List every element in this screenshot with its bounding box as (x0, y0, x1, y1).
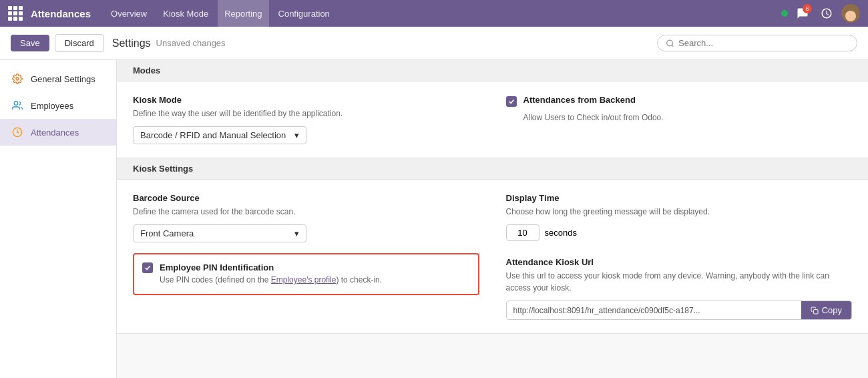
attendances-backend-checkbox[interactable] (506, 96, 517, 107)
discard-button[interactable]: Discard (55, 34, 104, 52)
kiosk-url-box: Copy (506, 301, 853, 320)
barcode-source-arrow: ▾ (294, 228, 299, 238)
svg-point-3 (14, 102, 17, 105)
modes-row: Kiosk Mode Define the way the user will … (133, 95, 852, 144)
display-time-title: Display Time (506, 193, 853, 203)
pin-identification-title: Employee PIN Identification (160, 262, 382, 272)
copy-button[interactable]: Copy (801, 301, 851, 319)
nav-item-configuration[interactable]: Configuration (272, 0, 337, 27)
user-avatar[interactable] (841, 4, 860, 23)
kiosk-right-column: Display Time Choose how long the greetin… (506, 193, 853, 320)
message-badge: 6 (803, 4, 812, 13)
sidebar-employees-label: Employees (31, 101, 73, 111)
kiosk-url-input[interactable] (507, 302, 801, 319)
save-button[interactable]: Save (11, 35, 49, 51)
kiosk-row: Barcode Source Define the camera used fo… (133, 193, 852, 320)
display-time-field[interactable] (506, 224, 539, 241)
kiosk-mode-title: Kiosk Mode (133, 95, 479, 105)
kiosk-section-body: Barcode Source Define the camera used fo… (117, 180, 868, 334)
display-time-desc: Choose how long the greeting message wil… (506, 206, 853, 218)
svg-line-1 (672, 45, 673, 46)
nav-item-kiosk[interactable]: Kiosk Mode (156, 0, 215, 27)
attendances-backend-desc: Allow Users to Check in/out from Odoo. (523, 112, 853, 124)
svg-point-2 (16, 77, 19, 80)
app-name[interactable]: Attendances (31, 8, 91, 19)
sidebar-general-label: General Settings (31, 74, 95, 84)
clock-icon (11, 126, 24, 139)
kiosk-section-header: Kiosk Settings (117, 158, 868, 180)
display-time-unit: seconds (545, 228, 577, 238)
main-content: Modes Kiosk Mode Define the way the user… (117, 60, 868, 378)
main-layout: General Settings Employees Attendances (0, 60, 868, 378)
copy-label: Copy (822, 305, 842, 315)
kiosk-url-section: Attendance Kiosk Url Use this url to acc… (506, 257, 853, 320)
kiosk-mode-setting: Kiosk Mode Define the way the user will … (133, 95, 479, 144)
pin-identification-box: Employee PIN Identification Use PIN code… (133, 253, 479, 295)
kiosk-left-column: Barcode Source Define the camera used fo… (133, 193, 479, 320)
nav-item-reporting[interactable]: Reporting (218, 0, 268, 27)
people-icon (11, 99, 24, 112)
app-grid-button[interactable] (8, 6, 23, 21)
svg-rect-5 (813, 309, 818, 314)
attendances-backend-setting: Attendances from Backend Allow Users to … (506, 95, 853, 144)
nav-item-overview[interactable]: Overview (104, 0, 154, 27)
attendances-backend-checkbox-row: Attendances from Backend (506, 95, 853, 108)
sidebar-item-employees[interactable]: Employees (0, 92, 116, 119)
sidebar-attendances-label: Attendances (31, 128, 79, 138)
kiosk-mode-desc: Define the way the user will be identifi… (133, 108, 479, 120)
toolbar: Save Discard Settings Unsaved changes (0, 27, 868, 60)
unsaved-changes-label: Unsaved changes (156, 38, 226, 48)
search-input[interactable] (678, 38, 849, 48)
sidebar-item-attendances[interactable]: Attendances (0, 119, 116, 146)
kiosk-url-desc: Use this url to access your kiosk mode f… (506, 270, 853, 294)
messages-button[interactable]: 6 (793, 4, 812, 23)
attendances-backend-title: Attendances from Backend (523, 95, 636, 105)
svg-point-0 (667, 40, 673, 46)
employee-profile-link[interactable]: Employee's profile (271, 275, 337, 285)
modes-section-body: Kiosk Mode Define the way the user will … (117, 81, 868, 158)
barcode-source-dropdown[interactable]: Front Camera ▾ (133, 224, 306, 242)
kiosk-mode-dropdown-arrow: ▾ (294, 130, 299, 140)
gear-icon (11, 72, 24, 85)
sidebar-item-general[interactable]: General Settings (0, 65, 116, 92)
kiosk-mode-dropdown[interactable]: Barcode / RFID and Manual Selection ▾ (133, 126, 306, 144)
online-status-dot (781, 10, 788, 17)
modes-section-header: Modes (117, 60, 868, 81)
page-title: Settings (112, 37, 151, 49)
sidebar: General Settings Employees Attendances (0, 60, 117, 378)
kiosk-url-title: Attendance Kiosk Url (506, 257, 853, 267)
display-time-input-row: seconds (506, 224, 853, 241)
pin-identification-content: Employee PIN Identification Use PIN code… (160, 262, 382, 286)
top-nav: Attendances Overview Kiosk Mode Reportin… (0, 0, 868, 27)
clock-button[interactable] (817, 4, 836, 23)
kiosk-mode-dropdown-value: Barcode / RFID and Manual Selection (140, 130, 286, 140)
search-box[interactable] (657, 35, 857, 51)
pin-checkbox[interactable] (142, 262, 153, 273)
pin-identification-desc: Use PIN codes (defined on the Employee's… (160, 274, 382, 286)
barcode-source-desc: Define the camera used for the barcode s… (133, 206, 479, 218)
barcode-source-title: Barcode Source (133, 193, 479, 203)
barcode-source-value: Front Camera (140, 228, 194, 238)
